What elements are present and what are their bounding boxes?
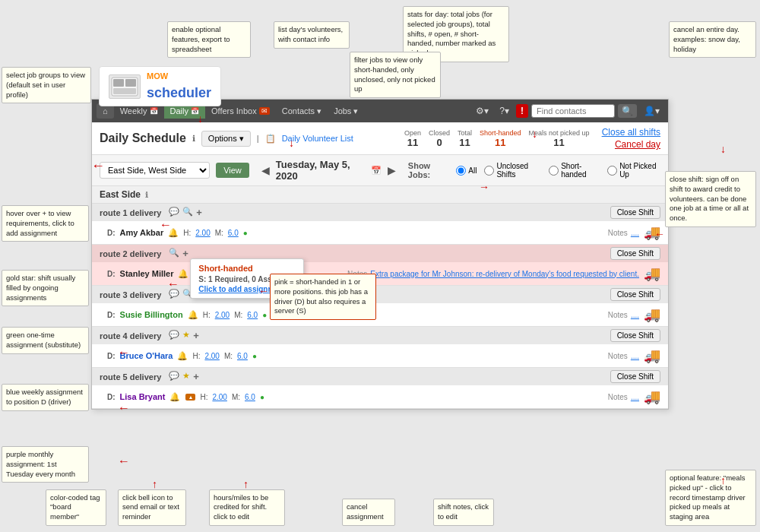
- route-2-notes: Notes Extra package for Mr Johnson: re-d…: [347, 270, 639, 278]
- route-5-bell-icon[interactable]: 🔔: [169, 392, 180, 402]
- route-3-notes-link[interactable]: ....: [631, 311, 639, 319]
- route-5-add-icon[interactable]: +: [193, 371, 199, 382]
- stat-open: Open 11: [404, 129, 421, 148]
- date-calendar-icon[interactable]: 📅: [371, 166, 382, 176]
- route-4-star-icon[interactable]: ★: [182, 330, 190, 341]
- home-icon: ⌂: [103, 106, 108, 116]
- close-all-shifts-link[interactable]: Close all shifts: [602, 127, 660, 138]
- route-3-block: route 3 delivery 💬 🔍 ★ + Close Shift D: …: [92, 286, 668, 327]
- show-jobs-label: Show Jobs:: [408, 161, 450, 179]
- route-5-close-shift-btn[interactable]: Close Shift: [610, 370, 660, 383]
- route-4-type-d: D:: [107, 352, 116, 360]
- route-4-h-val[interactable]: 2.00: [204, 352, 219, 360]
- help-button[interactable]: ?▾: [496, 103, 513, 119]
- alert-button[interactable]: !: [516, 104, 528, 118]
- route-5-notes-link[interactable]: ....: [631, 393, 639, 401]
- section-info-icon[interactable]: ℹ: [145, 191, 148, 199]
- route-3-bell-icon[interactable]: 🔔: [188, 310, 198, 320]
- route-5-green-dot: ●: [260, 393, 264, 401]
- route-5-type-d: D:: [107, 393, 116, 401]
- route-3-name: route 3 delivery: [100, 290, 161, 299]
- stats-area: Open 11 Closed 0 Total 11 Short-handed 1…: [404, 129, 590, 148]
- route-3-truck-icon[interactable]: 🚚: [644, 306, 660, 323]
- route-5-comment-icon[interactable]: 💬: [169, 371, 179, 382]
- nav-jobs[interactable]: Jobs ▾: [328, 103, 364, 119]
- route-2-header: route 2 delivery 🔍 + Short-handed S: 1 R…: [92, 245, 668, 262]
- ann-pink: pink = short-handed in 1 or more positio…: [270, 274, 376, 320]
- route-1-close-shift-btn[interactable]: Close Shift: [610, 206, 660, 219]
- route-4-notes-link[interactable]: ....: [631, 352, 639, 360]
- stat-short-handed: Short-handed 11: [480, 129, 521, 148]
- route-5-header: route 5 delivery 💬 ★ + Close Shift: [92, 368, 668, 385]
- route-1-h-val[interactable]: 2.00: [195, 229, 210, 237]
- ann-blue: blue weekly assignment to position D (dr…: [2, 384, 89, 411]
- route-4-close-shift-btn[interactable]: Close Shift: [610, 329, 660, 342]
- ann-meals: optional feature: "meals picked up" - cl…: [665, 470, 756, 526]
- route-2-search-icon[interactable]: 🔍: [169, 248, 179, 259]
- route-1-comment-icon[interactable]: 💬: [169, 207, 179, 218]
- route-3-m-val[interactable]: 6.0: [247, 311, 258, 319]
- route-4-m-val[interactable]: 6.0: [237, 352, 248, 360]
- arr-job-group: ←: [91, 158, 105, 174]
- route-3-assignment-1: D: Susie Billington 🔔 H: 2.00 M: 6.0 ● N…: [92, 303, 668, 326]
- logo-icon: [109, 74, 141, 99]
- search-button[interactable]: 🔍: [618, 104, 637, 118]
- arr-bell: ↑: [152, 478, 157, 490]
- view-button[interactable]: View: [216, 163, 249, 178]
- route-3-close-shift-btn[interactable]: Close Shift: [610, 288, 660, 301]
- route-1-icons: 💬 🔍 +: [169, 207, 202, 218]
- route-2-bell-icon[interactable]: 🔔: [178, 269, 188, 279]
- route-1-notes-link[interactable]: ....: [631, 229, 639, 237]
- cancel-day-link[interactable]: Cancel day: [615, 139, 660, 150]
- sub-header: Daily Schedule ℹ Options ▾ | 📋 Daily Vol…: [92, 122, 668, 155]
- route-2-add-icon[interactable]: + Short-handed S: 1 Required, 0 Assigned…: [182, 248, 188, 259]
- radio-all[interactable]: All: [456, 166, 477, 176]
- arr-cancel-day: ↓: [720, 143, 726, 155]
- user-menu-button[interactable]: 👤▾: [640, 103, 663, 119]
- route-5-star-icon[interactable]: ★: [182, 371, 190, 382]
- ann-close-shift: close shift: sign off on shift to award …: [665, 171, 756, 227]
- options-button[interactable]: Options ▾: [201, 131, 251, 147]
- ann-cancel-day: cancel an entire day. examples: snow day…: [669, 21, 756, 58]
- stat-total: Total 11: [458, 129, 472, 148]
- route-4-notes: Notes ....: [608, 352, 639, 360]
- route-4-comment-icon[interactable]: 💬: [169, 330, 179, 341]
- find-contacts-input[interactable]: [531, 104, 615, 118]
- arr-filter: →: [479, 181, 489, 193]
- route-4-truck-icon[interactable]: 🚚: [644, 347, 660, 364]
- route-5-h-val[interactable]: 2.00: [212, 393, 226, 401]
- route-1-search-icon[interactable]: 🔍: [182, 207, 193, 218]
- route-1-m-val[interactable]: 6.0: [228, 229, 239, 237]
- nav-contacts[interactable]: Contacts ▾: [276, 103, 328, 119]
- route-5-h-label: H:: [200, 393, 207, 401]
- route-2-truck-icon[interactable]: 🚚: [644, 265, 660, 282]
- route-1-notes: Notes ....: [608, 229, 639, 237]
- svg-rect-2: [125, 79, 136, 87]
- arr-hm: ↑: [243, 478, 249, 490]
- radio-notpickedup[interactable]: Not Picked Up: [607, 162, 660, 179]
- calendar-icon-small: 📋: [265, 134, 276, 144]
- route-5-truck-icon[interactable]: 🚚: [644, 388, 660, 405]
- controls-row: East Side, West Side View ◀ Tuesday, May…: [92, 155, 668, 186]
- settings-button[interactable]: ⚙▾: [472, 103, 492, 119]
- next-date-button[interactable]: ▶: [388, 164, 396, 176]
- stat-meals: Meals not picked up 11: [529, 129, 590, 148]
- route-2-notes-link[interactable]: Extra package for Mr Johnson: re-deliver…: [370, 270, 639, 278]
- ann-hours-miles: hours/miles to be credited for shift. cl…: [209, 489, 285, 526]
- route-1-add-icon[interactable]: +: [196, 207, 202, 218]
- route-4-bell-icon[interactable]: 🔔: [177, 351, 188, 361]
- route-2-close-shift-btn[interactable]: Close Shift: [610, 247, 660, 260]
- prev-date-button[interactable]: ◀: [261, 164, 270, 176]
- route-2-icons: 🔍 + Short-handed S: 1 Required, 0 Assign…: [169, 248, 188, 259]
- arr-pink: ←: [258, 285, 269, 297]
- route-5-m-val[interactable]: 6.0: [245, 393, 255, 401]
- job-group-select[interactable]: East Side, West Side: [100, 162, 210, 179]
- ann-cancel: cancel assignment: [342, 499, 395, 526]
- arr-green: ←: [118, 346, 130, 359]
- radio-unclosed[interactable]: Unclosed Shifts: [484, 162, 541, 179]
- radio-shorthanded[interactable]: Short-handed: [549, 162, 600, 179]
- route-4-add-icon[interactable]: +: [193, 330, 199, 341]
- route-1-h-label: H:: [183, 229, 191, 237]
- route-3-h-val[interactable]: 2.00: [215, 311, 230, 319]
- page-info-icon[interactable]: ℹ: [192, 134, 195, 144]
